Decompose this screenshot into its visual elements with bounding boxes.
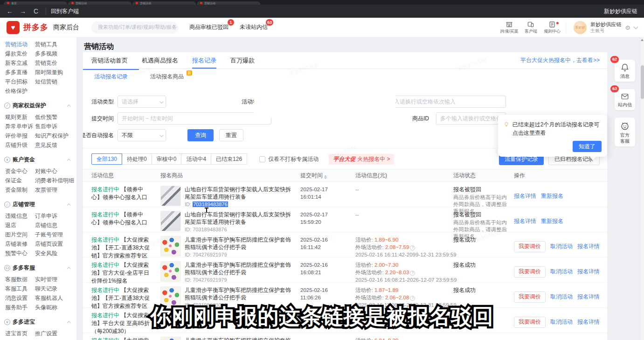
sidebar-link[interactable]: 聊天记录 — [35, 284, 57, 293]
sidebar-link[interactable]: 客服数据 — [5, 275, 35, 284]
sidebar-link[interactable]: 推广助力 — [35, 338, 57, 340]
sidebar-link[interactable]: 服务助手 — [5, 303, 35, 312]
sidebar-link[interactable]: 头像昵称 — [35, 303, 57, 312]
sidebar-link[interactable]: 图片空间 — [5, 230, 35, 239]
action-link[interactable]: 取消活动 — [550, 318, 573, 326]
action-link[interactable]: 报名详情 — [514, 217, 536, 225]
action-link[interactable]: 重新报名 — [541, 217, 563, 225]
sidebar-link[interactable]: 店铺页设置 — [35, 239, 63, 249]
main-tab[interactable]: 报名记录 — [192, 52, 216, 69]
sidebar-link[interactable]: 评价举报 — [5, 131, 35, 140]
sidebar-link[interactable]: 安全风险 — [35, 249, 57, 258]
sidebar-link[interactable]: 发票管理 — [35, 185, 57, 194]
action-link[interactable]: 报名详情 — [514, 192, 536, 200]
sidebar-link[interactable]: 预警中心 — [5, 249, 35, 258]
browser-profile-name[interactable]: 新妙妙供应链 — [604, 7, 639, 15]
auto-signup-select[interactable]: 不限 — [118, 129, 166, 141]
info-icon[interactable]: ? — [410, 296, 415, 301]
filter-chip[interactable]: 审核中0 — [152, 153, 182, 165]
filter-chip[interactable]: 待处理0 — [122, 153, 152, 165]
filter-chip[interactable]: 全部130 — [91, 153, 122, 165]
scroll-up-arrow[interactable] — [641, 39, 644, 41]
product-title[interactable]: 山地自行车后货架钢行李架载人后支架快拆尾架后车筐通用骑行装备 — [185, 211, 294, 226]
sidebar-link[interactable]: 违规信息 — [5, 211, 35, 221]
crossborder-entry[interactable]: 跨境/买菜 — [499, 21, 520, 35]
sidebar-link[interactable]: 退店 — [5, 221, 35, 230]
browser-tab[interactable]: 营销活动 — [197, 1, 260, 5]
sidebar-link[interactable]: 营销活动 — [5, 40, 35, 49]
site-mail-entry[interactable]: 63 站内信 — [615, 89, 635, 110]
sidebar-link[interactable]: 知识产权保护 — [35, 131, 69, 140]
goods-id-input[interactable]: 多个输入请换行或空格依次输入 — [436, 112, 506, 125]
sidebar-link[interactable]: 低价预警 — [35, 112, 57, 122]
back-icon[interactable]: ← — [5, 7, 15, 15]
sidebar-link[interactable]: 多多直播 — [5, 68, 35, 77]
sidebar-link[interactable]: 订单申诉 — [35, 211, 57, 221]
sidebar-group-header[interactable]: ¥多多进宝 — [4, 318, 76, 326]
chevron-down-icon[interactable] — [634, 25, 638, 29]
sidebar-link[interactable]: 平台招标 — [5, 77, 35, 86]
sidebar-link[interactable]: 店铺信息 — [35, 221, 57, 230]
sidebar-link[interactable]: 消息设置 — [5, 293, 35, 303]
sidebar-link[interactable]: 限时限量购 — [35, 68, 63, 77]
adjust-price-button[interactable]: 我要调价 — [514, 291, 546, 303]
browser-tab[interactable]: 首页 — [4, 1, 67, 5]
product-title[interactable]: 山地自行车后货架钢行李架载人后支架快拆尾架后车筐通用骑行装备 — [185, 186, 294, 201]
sidebar-link[interactable]: 推广效果 — [5, 338, 35, 340]
sidebar-link[interactable]: 意见反馈 — [35, 140, 57, 150]
sidebar-link[interactable]: 营销工具 — [35, 40, 57, 49]
product-title[interactable]: 儿童滑步平衡车护胸车把防撞把立保护套饰熊猫玩偶卡通公仔把手袋 — [185, 261, 294, 276]
sidebar-link[interactable]: 新客立减 — [5, 58, 35, 68]
sidebar-link[interactable]: 资金限制 — [5, 185, 35, 194]
subtab-activity-records[interactable]: 活动报名记录 — [83, 69, 139, 85]
sidebar-link[interactable]: 子账号管理 — [35, 230, 63, 239]
main-tab[interactable]: 百万爆款 — [230, 52, 255, 69]
subtab-activity-goods[interactable]: 活动报名商品新 — [139, 69, 195, 85]
info-icon[interactable]: ? — [410, 271, 415, 276]
main-tab[interactable]: 营销活动首页 — [91, 52, 128, 69]
forward-icon[interactable]: → — [18, 7, 28, 15]
browser-tab[interactable]: 营销活动 — [132, 1, 196, 5]
messages-entry[interactable]: 62 消息 — [615, 60, 635, 82]
sidebar-link[interactable]: 售后申诉 — [35, 122, 57, 131]
rules-center-entry[interactable]: 规则中心 — [541, 21, 563, 35]
sort-icon[interactable] — [324, 175, 327, 179]
client-entry[interactable]: 客户端 — [520, 21, 541, 35]
info-icon[interactable]: ? — [410, 245, 415, 250]
sidebar-link[interactable]: 保证金 — [5, 176, 35, 185]
official-service-entry[interactable]: 官方客服 — [615, 118, 635, 146]
action-link[interactable]: 取消活动 — [550, 243, 573, 250]
sidebar-link[interactable]: 爆款竞价 — [5, 49, 35, 58]
settings-gear-icon[interactable]: ⚙ — [625, 24, 630, 31]
promo-link[interactable]: 平台大促火热报名中，去看看>> — [520, 56, 600, 64]
sidebar-link[interactable]: 异常单申诉 — [5, 122, 35, 131]
filter-chip[interactable]: 已结束126 — [211, 153, 247, 165]
scrollbar-thumb[interactable] — [641, 65, 644, 99]
query-button[interactable]: 查询 — [187, 129, 214, 141]
sidebar-link[interactable]: 店铺升级 — [5, 140, 35, 150]
reload-icon[interactable]: C — [31, 7, 41, 15]
action-link[interactable]: 报名详情 — [577, 268, 600, 276]
special-activity-checkbox[interactable] — [259, 156, 265, 162]
sidebar-link[interactable]: 对账中心 — [35, 167, 57, 176]
sidebar-link[interactable]: 消费者补偿明细 — [35, 176, 74, 185]
sidebar-link[interactable]: 营销竞价 — [35, 58, 57, 68]
sidebar-group-header[interactable]: ⌂店铺管理 — [4, 201, 76, 208]
adjust-price-button[interactable]: 我要调价 — [514, 266, 546, 278]
adjust-price-button[interactable]: 我要调价 — [514, 317, 546, 328]
sidebar-link[interactable]: 资金中心 — [5, 167, 35, 176]
hot-promo-pill[interactable]: 平台大促火热报名中 > — [329, 154, 394, 165]
sidebar-link[interactable]: 进宝首页 — [5, 329, 35, 338]
sidebar-link[interactable]: 店铺装修 — [5, 239, 35, 249]
action-link[interactable]: 取消活动 — [550, 268, 573, 276]
review-rejected-link[interactable]: 商品审核已驳回1 — [189, 23, 229, 31]
header-submit-time[interactable]: 提交时间 — [300, 172, 355, 180]
sidebar-link[interactable]: 多多视频 — [35, 49, 57, 58]
sidebar-group-header[interactable]: ✓商家权益保护 — [4, 102, 76, 110]
sidebar-link[interactable]: 规则更新 — [5, 112, 35, 122]
action-link[interactable]: 报名详情 — [577, 243, 600, 250]
product-title[interactable]: 儿童滑步平衡车护胸车把防撞把立保护套饰熊猫玩偶卡通公仔把手袋 — [185, 286, 294, 301]
adjust-price-button[interactable]: 我要调价 — [514, 241, 546, 252]
global-search-input[interactable]: 搜索功能/订单/课程/规则/帮助/服务 — [91, 21, 178, 34]
action-link[interactable]: 报名详情 — [577, 293, 600, 301]
